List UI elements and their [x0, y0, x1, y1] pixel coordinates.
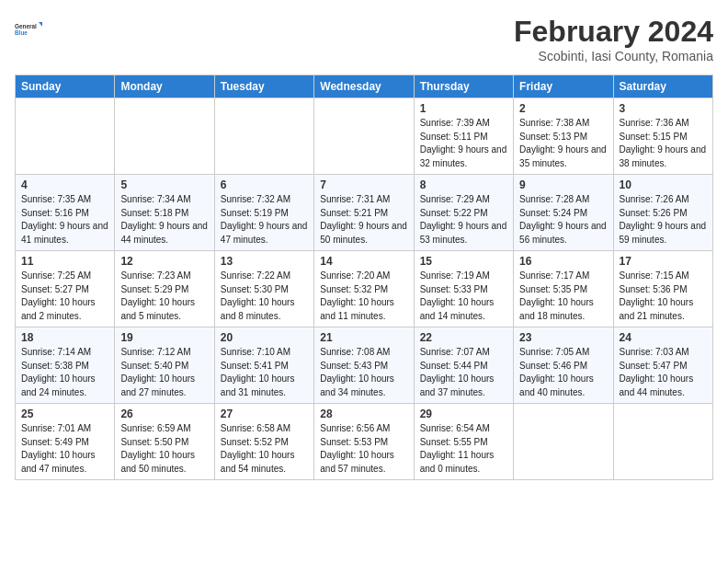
calendar-cell: 2Sunrise: 7:38 AM Sunset: 5:13 PM Daylig…: [514, 98, 613, 175]
calendar-cell: 20Sunrise: 7:10 AM Sunset: 5:41 PM Dayli…: [214, 327, 313, 404]
calendar-cell: 19Sunrise: 7:12 AM Sunset: 5:40 PM Dayli…: [115, 327, 214, 404]
calendar-cell: 1Sunrise: 7:39 AM Sunset: 5:11 PM Daylig…: [414, 98, 513, 175]
calendar-week-3: 11Sunrise: 7:25 AM Sunset: 5:27 PM Dayli…: [16, 251, 713, 327]
calendar-cell: [115, 98, 214, 175]
day-number: 19: [120, 331, 208, 344]
day-info: Sunrise: 7:39 AM Sunset: 5:11 PM Dayligh…: [420, 117, 507, 170]
header-cell-saturday: Saturday: [613, 75, 712, 98]
calendar-week-1: 1Sunrise: 7:39 AM Sunset: 5:11 PM Daylig…: [16, 98, 713, 175]
page-header: GeneralBlue General Blue February 2024 S…: [15, 15, 713, 63]
day-number: 24: [620, 331, 707, 344]
header-cell-tuesday: Tuesday: [214, 75, 313, 98]
calendar-cell: [613, 404, 712, 480]
day-number: 5: [120, 178, 208, 191]
calendar-cell: 7Sunrise: 7:31 AM Sunset: 5:21 PM Daylig…: [314, 175, 414, 251]
header-cell-sunday: Sunday: [16, 75, 115, 98]
calendar-cell: 12Sunrise: 7:23 AM Sunset: 5:29 PM Dayli…: [115, 251, 214, 327]
calendar-cell: 18Sunrise: 7:14 AM Sunset: 5:38 PM Dayli…: [16, 327, 115, 404]
location: Scobinti, Iasi County, Romania: [514, 49, 713, 63]
calendar-cell: 28Sunrise: 6:56 AM Sunset: 5:53 PM Dayli…: [314, 404, 414, 480]
calendar-cell: 5Sunrise: 7:34 AM Sunset: 5:18 PM Daylig…: [115, 175, 214, 251]
calendar-cell: 8Sunrise: 7:29 AM Sunset: 5:22 PM Daylig…: [414, 175, 513, 251]
day-number: 21: [320, 331, 407, 344]
day-number: 12: [120, 255, 208, 268]
day-number: 11: [21, 255, 108, 268]
day-info: Sunrise: 7:36 AM Sunset: 5:15 PM Dayligh…: [620, 117, 707, 170]
day-number: 23: [519, 331, 607, 344]
day-info: Sunrise: 7:28 AM Sunset: 5:24 PM Dayligh…: [519, 193, 607, 247]
calendar-cell: 27Sunrise: 6:58 AM Sunset: 5:52 PM Dayli…: [214, 404, 313, 480]
calendar-cell: 21Sunrise: 7:08 AM Sunset: 5:43 PM Dayli…: [314, 327, 414, 404]
day-info: Sunrise: 7:12 AM Sunset: 5:40 PM Dayligh…: [120, 346, 208, 399]
day-info: Sunrise: 6:59 AM Sunset: 5:50 PM Dayligh…: [120, 422, 208, 476]
day-info: Sunrise: 7:25 AM Sunset: 5:27 PM Dayligh…: [21, 270, 108, 323]
day-number: 26: [120, 408, 208, 420]
day-info: Sunrise: 6:56 AM Sunset: 5:53 PM Dayligh…: [320, 422, 407, 476]
calendar-cell: 25Sunrise: 7:01 AM Sunset: 5:49 PM Dayli…: [16, 404, 115, 480]
calendar-cell: 29Sunrise: 6:54 AM Sunset: 5:55 PM Dayli…: [414, 404, 513, 480]
day-info: Sunrise: 7:32 AM Sunset: 5:19 PM Dayligh…: [221, 193, 308, 247]
calendar-table: SundayMondayTuesdayWednesdayThursdayFrid…: [15, 75, 713, 480]
day-info: Sunrise: 6:58 AM Sunset: 5:52 PM Dayligh…: [221, 422, 308, 476]
calendar-week-5: 25Sunrise: 7:01 AM Sunset: 5:49 PM Dayli…: [16, 404, 713, 480]
calendar-cell: 10Sunrise: 7:26 AM Sunset: 5:26 PM Dayli…: [613, 175, 712, 251]
day-number: 22: [420, 331, 507, 344]
title-block: February 2024 Scobinti, Iasi County, Rom…: [514, 15, 713, 63]
calendar-cell: 9Sunrise: 7:28 AM Sunset: 5:24 PM Daylig…: [514, 175, 613, 251]
calendar-cell: 24Sunrise: 7:03 AM Sunset: 5:47 PM Dayli…: [613, 327, 712, 404]
day-info: Sunrise: 7:29 AM Sunset: 5:22 PM Dayligh…: [420, 193, 507, 247]
day-info: Sunrise: 7:01 AM Sunset: 5:49 PM Dayligh…: [21, 422, 108, 476]
day-info: Sunrise: 7:34 AM Sunset: 5:18 PM Dayligh…: [120, 193, 208, 247]
calendar-cell: 22Sunrise: 7:07 AM Sunset: 5:44 PM Dayli…: [414, 327, 513, 404]
day-info: Sunrise: 7:23 AM Sunset: 5:29 PM Dayligh…: [120, 270, 208, 323]
calendar-cell: 4Sunrise: 7:35 AM Sunset: 5:16 PM Daylig…: [16, 175, 115, 251]
calendar-cell: 3Sunrise: 7:36 AM Sunset: 5:15 PM Daylig…: [613, 98, 712, 175]
calendar-cell: 6Sunrise: 7:32 AM Sunset: 5:19 PM Daylig…: [214, 175, 313, 251]
month-title: February 2024: [514, 15, 713, 49]
day-number: 29: [420, 408, 507, 420]
calendar-cell: 23Sunrise: 7:05 AM Sunset: 5:46 PM Dayli…: [514, 327, 613, 404]
day-number: 25: [21, 408, 108, 420]
calendar-cell: [16, 98, 115, 175]
header-cell-monday: Monday: [115, 75, 214, 98]
logo: GeneralBlue General Blue: [15, 15, 44, 44]
day-number: 20: [221, 331, 308, 344]
day-info: Sunrise: 7:10 AM Sunset: 5:41 PM Dayligh…: [221, 346, 308, 399]
day-info: Sunrise: 7:03 AM Sunset: 5:47 PM Dayligh…: [620, 346, 707, 399]
calendar-cell: [314, 98, 414, 175]
day-number: 16: [519, 255, 607, 268]
day-info: Sunrise: 7:17 AM Sunset: 5:35 PM Dayligh…: [519, 270, 607, 323]
day-info: Sunrise: 7:07 AM Sunset: 5:44 PM Dayligh…: [420, 346, 507, 399]
calendar-cell: 14Sunrise: 7:20 AM Sunset: 5:32 PM Dayli…: [314, 251, 414, 327]
day-number: 18: [21, 331, 108, 344]
day-number: 8: [420, 178, 507, 191]
day-info: Sunrise: 7:22 AM Sunset: 5:30 PM Dayligh…: [221, 270, 308, 323]
calendar-cell: 17Sunrise: 7:15 AM Sunset: 5:36 PM Dayli…: [613, 251, 712, 327]
day-number: 3: [620, 102, 707, 115]
header-row: SundayMondayTuesdayWednesdayThursdayFrid…: [16, 75, 713, 98]
day-info: Sunrise: 7:08 AM Sunset: 5:43 PM Dayligh…: [320, 346, 407, 399]
day-number: 7: [320, 178, 407, 191]
day-info: Sunrise: 7:19 AM Sunset: 5:33 PM Dayligh…: [420, 270, 507, 323]
day-info: Sunrise: 7:20 AM Sunset: 5:32 PM Dayligh…: [320, 270, 407, 323]
calendar-header: SundayMondayTuesdayWednesdayThursdayFrid…: [16, 75, 713, 98]
day-number: 13: [221, 255, 308, 268]
day-info: Sunrise: 7:05 AM Sunset: 5:46 PM Dayligh…: [519, 346, 607, 399]
logo-icon: GeneralBlue: [15, 15, 44, 44]
day-info: Sunrise: 7:26 AM Sunset: 5:26 PM Dayligh…: [620, 193, 707, 247]
day-number: 9: [519, 178, 607, 191]
day-info: Sunrise: 7:14 AM Sunset: 5:38 PM Dayligh…: [21, 346, 108, 399]
header-cell-thursday: Thursday: [414, 75, 513, 98]
header-cell-wednesday: Wednesday: [314, 75, 414, 98]
calendar-cell: 26Sunrise: 6:59 AM Sunset: 5:50 PM Dayli…: [115, 404, 214, 480]
day-number: 4: [21, 178, 108, 191]
day-number: 27: [221, 408, 308, 420]
calendar-cell: 16Sunrise: 7:17 AM Sunset: 5:35 PM Dayli…: [514, 251, 613, 327]
calendar-week-4: 18Sunrise: 7:14 AM Sunset: 5:38 PM Dayli…: [16, 327, 713, 404]
calendar-cell: 15Sunrise: 7:19 AM Sunset: 5:33 PM Dayli…: [414, 251, 513, 327]
calendar-body: 1Sunrise: 7:39 AM Sunset: 5:11 PM Daylig…: [16, 98, 713, 480]
day-number: 6: [221, 178, 308, 191]
calendar-cell: [514, 404, 613, 480]
calendar-cell: 11Sunrise: 7:25 AM Sunset: 5:27 PM Dayli…: [16, 251, 115, 327]
day-number: 14: [320, 255, 407, 268]
